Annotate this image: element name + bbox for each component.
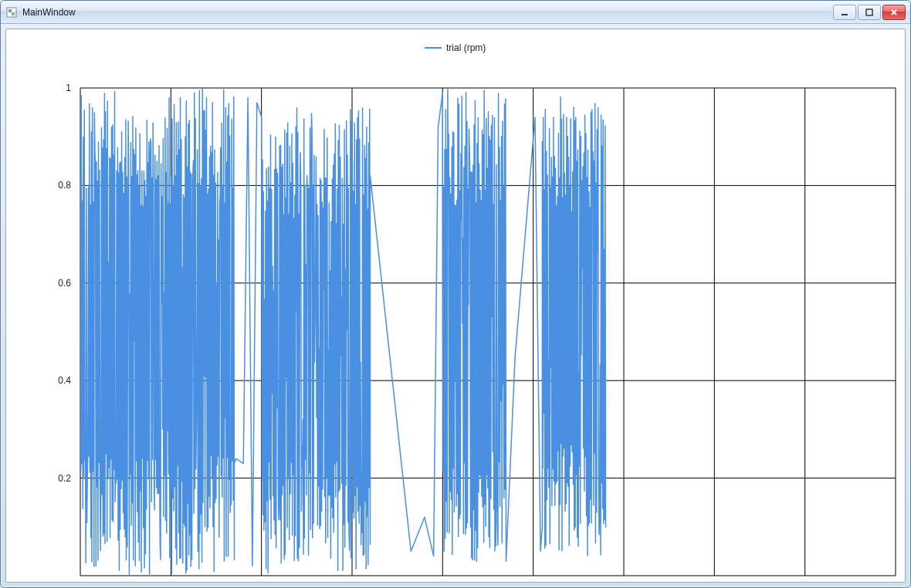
- window-buttons: [833, 5, 906, 20]
- titlebar[interactable]: MainWindow: [1, 1, 910, 24]
- y-tick-label: 1: [66, 83, 71, 93]
- series-line: [80, 88, 606, 576]
- svg-rect-2: [12, 12, 15, 15]
- main-window: MainWindow trial (rpm)0.20.40.60.81: [0, 0, 911, 588]
- legend: trial (rpm): [425, 42, 486, 53]
- y-tick-label: 0.2: [58, 473, 71, 484]
- svg-rect-4: [866, 9, 872, 15]
- y-tick-label: 0.6: [58, 278, 71, 289]
- chart-area: trial (rpm)0.20.40.60.81: [5, 29, 906, 583]
- y-tick-label: 0.8: [58, 180, 71, 191]
- app-icon: [5, 6, 18, 19]
- y-tick-label: 0.4: [58, 375, 71, 386]
- minimize-button[interactable]: [833, 5, 856, 20]
- svg-rect-1: [8, 9, 12, 12]
- legend-label: trial (rpm): [446, 42, 486, 53]
- close-button[interactable]: [882, 5, 906, 20]
- maximize-button[interactable]: [858, 5, 881, 20]
- window-title: MainWindow: [22, 7, 833, 18]
- y-axis-labels: 0.20.40.60.81: [58, 83, 71, 484]
- line-chart: trial (rpm)0.20.40.60.81: [6, 29, 905, 582]
